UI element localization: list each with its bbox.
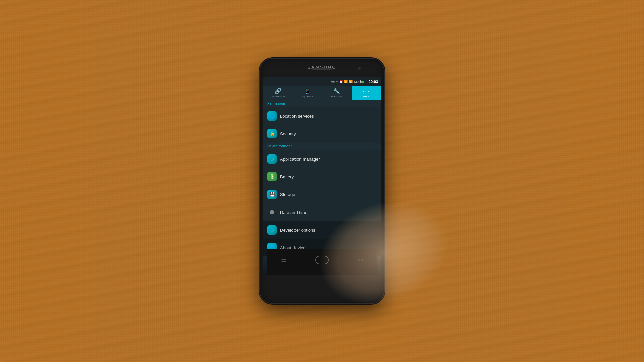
storage-icon: 💾: [267, 190, 277, 199]
battery-label: Battery: [280, 174, 294, 179]
date-time-label: Date and time: [280, 210, 307, 215]
tab-more-label: More: [363, 95, 369, 98]
menu-button[interactable]: ☰: [281, 256, 286, 264]
battery-fill: [361, 81, 364, 83]
storage-label: Storage: [280, 192, 296, 197]
device-manager-header: Device manager: [263, 143, 381, 150]
tab-connections[interactable]: 🔗 Connections: [263, 86, 293, 100]
application-manager-icon: ⊞: [267, 154, 277, 164]
tab-my-device[interactable]: 📱 My device: [293, 86, 322, 100]
list-item-location-services[interactable]: 🌐 Location services: [263, 107, 381, 125]
tab-bar: 🔗 Connections 📱 My device 🔧 Accounts ⋮⋮ …: [263, 86, 381, 100]
menu-icon: ☰: [281, 256, 286, 264]
my-device-icon: 📱: [304, 88, 311, 94]
list-item-date-and-time[interactable]: ⏺ Date and time: [263, 203, 381, 221]
camera: [358, 67, 361, 70]
tab-my-device-label: My device: [301, 95, 313, 98]
speaker: [312, 68, 332, 70]
tab-more[interactable]: ⋮⋮ More: [352, 86, 381, 100]
phone: SAMSUNG 📷 ✳ ⏰ 📶 📶 62% 20:03: [260, 59, 384, 303]
screenshot-icon: 📷: [331, 80, 335, 83]
developer-options-label: Developer options: [280, 228, 315, 233]
battery-percent: 62%: [354, 80, 360, 83]
tab-accounts[interactable]: 🔧 Accounts: [322, 86, 352, 100]
list-item-application-manager[interactable]: ⊞ Application manager: [263, 150, 381, 168]
back-button[interactable]: ↩: [358, 256, 363, 264]
security-label: Security: [280, 131, 296, 136]
alarm-icon: ⏰: [339, 80, 343, 83]
tab-accounts-label: Accounts: [331, 95, 342, 98]
back-icon: ↩: [358, 256, 363, 264]
home-button[interactable]: [315, 256, 329, 264]
battery-status: 62%: [354, 80, 366, 83]
security-icon: 🔒: [267, 129, 277, 138]
status-bar: 📷 ✳ ⏰ 📶 📶 62% 20:03: [263, 77, 381, 86]
permissions-header: Permissions: [263, 100, 381, 107]
tab-connections-label: Connections: [271, 95, 285, 98]
wifi-icon: 📶: [344, 80, 348, 83]
developer-options-icon: ⊟: [267, 225, 277, 235]
date-time-icon: ⏺: [267, 207, 277, 217]
status-time: 20:03: [369, 80, 378, 84]
screen: 📷 ✳ ⏰ 📶 📶 62% 20:03 🔗 Connections: [263, 77, 381, 275]
battery-box: [360, 80, 366, 83]
bottom-nav: ☰ ↩: [267, 249, 377, 275]
application-manager-label: Application manager: [280, 157, 320, 162]
status-icons: 📷 ✳ ⏰ 📶 📶 62% 20:03: [331, 80, 378, 84]
accounts-icon: 🔧: [333, 88, 340, 94]
location-services-icon: 🌐: [267, 111, 277, 121]
more-icon: ⋮⋮: [361, 88, 371, 94]
bluetooth-icon: ✳: [336, 80, 338, 83]
location-services-label: Location services: [280, 114, 314, 119]
signal-icon: 📶: [349, 80, 353, 83]
list-item-storage[interactable]: 💾 Storage: [263, 186, 381, 203]
list-item-security[interactable]: 🔒 Security: [263, 125, 381, 143]
battery-icon: 🔋: [267, 172, 277, 181]
list-item-battery[interactable]: 🔋 Battery: [263, 168, 381, 186]
list-item-developer-options[interactable]: ⊟ Developer options: [263, 221, 381, 239]
connections-icon: 🔗: [275, 88, 281, 94]
